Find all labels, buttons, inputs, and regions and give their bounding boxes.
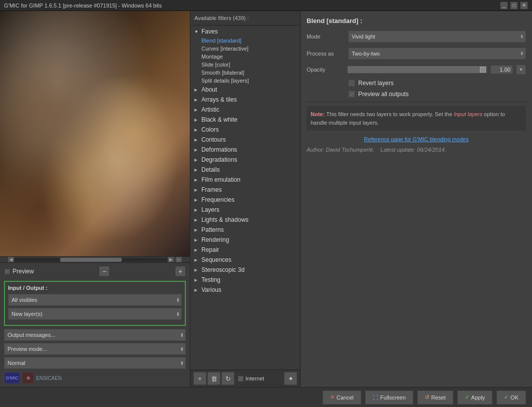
arrays-group-header[interactable]: ▶ Arrays & tiles <box>190 95 300 105</box>
opacity-slider-track[interactable] <box>347 66 487 74</box>
cancel-label: Cancel <box>337 394 354 400</box>
normal-select[interactable]: Normal In place (merge) <box>4 357 186 369</box>
fave-item-curves[interactable]: Curves [interactive] <box>199 45 300 53</box>
update-text: Latest update: 06/24/2014. <box>381 147 446 153</box>
remove-filter-button[interactable]: 🗑 <box>207 372 220 385</box>
gmic-logo: G'MIC <box>4 372 20 384</box>
maximize-button[interactable]: □ <box>510 2 518 10</box>
stereo-label: Stereoscopic 3d <box>201 266 244 273</box>
note-italic: Input layers <box>454 111 482 117</box>
secondary-logo: ⚙ <box>22 372 34 384</box>
fave-item-blend[interactable]: Blend [standard] <box>199 37 300 45</box>
lights-group-header[interactable]: ▶ Lights & shadows <box>190 215 300 225</box>
ensicaen-logo-text: ENSICAEN <box>36 375 62 381</box>
star-icon: ✦ <box>288 375 294 382</box>
testing-group-header[interactable]: ▶ Testing <box>190 275 300 285</box>
about-triangle: ▶ <box>194 88 199 92</box>
fave-item-montage[interactable]: Montage <box>199 53 300 61</box>
remove-icon: 🗑 <box>211 375 217 382</box>
patterns-group-header[interactable]: ▶ Patterns <box>190 225 300 235</box>
layers-label: Layers <box>201 206 219 213</box>
bw-group-header[interactable]: ▶ Black & white <box>190 115 300 125</box>
fave-item-slide[interactable]: Slide [color] <box>199 61 300 69</box>
apply-button[interactable]: ✓ Apply <box>457 390 493 404</box>
details-group-header[interactable]: ▶ Details <box>190 165 300 175</box>
fave-item-smooth[interactable]: Smooth [bilateral] <box>199 69 300 77</box>
mode-select[interactable]: Normal Dissolve Multiply Screen Overlay … <box>348 31 526 43</box>
output-select[interactable]: New layer(s) In place (merge) In place (… <box>8 308 182 320</box>
contours-triangle: ▶ <box>194 138 199 142</box>
reset-button[interactable]: ↺ Reset <box>417 390 453 404</box>
ok-icon: ✓ <box>504 394 508 400</box>
lights-triangle: ▶ <box>194 218 199 222</box>
input-select[interactable]: All visibles Active layer All layers Act… <box>8 294 182 306</box>
author-row: Author: David Tschumperlé. Latest update… <box>307 147 526 153</box>
faves-label: Faves <box>201 28 218 35</box>
contours-group-header[interactable]: ▶ Contours <box>190 135 300 145</box>
ref-link[interactable]: Reference page for G'MIC blending modes <box>364 136 469 142</box>
zoom-in-button[interactable]: + <box>175 266 186 277</box>
opacity-input[interactable]: 1.00 <box>490 65 513 74</box>
repair-group-header[interactable]: ▶ Repair <box>190 245 300 255</box>
cancel-button[interactable]: ✕ Cancel <box>323 390 361 404</box>
output-select-wrapper: New layer(s) In place (merge) In place (… <box>8 308 182 320</box>
image-overlay <box>0 11 190 256</box>
fave-item-split[interactable]: Split details [layers] <box>199 77 300 85</box>
output-messages-select[interactable]: Output messages... <box>4 329 186 341</box>
sequences-triangle: ▶ <box>194 258 199 262</box>
minimize-button[interactable]: _ <box>500 2 508 10</box>
preview-outputs-checkbox[interactable]: ✓ <box>348 91 355 98</box>
settings-panel: Blend [standard] : Mode Normal Dissolve … <box>301 11 532 387</box>
frequencies-group-header[interactable]: ▶ Frequencies <box>190 195 300 205</box>
opacity-slider-handle[interactable] <box>480 67 486 73</box>
opacity-slider-row: Opacity 1.00 ▼ <box>307 65 526 75</box>
sequences-group-header[interactable]: ▶ Sequences <box>190 255 300 265</box>
preview-checkbox[interactable]: ✓ <box>4 268 11 275</box>
internet-checkbox[interactable]: ✓ <box>237 375 244 382</box>
process-select[interactable]: One-by-one Two-by-two All at once <box>348 48 526 60</box>
revert-checkbox[interactable] <box>348 80 355 87</box>
testing-triangle: ▶ <box>194 278 199 282</box>
deformations-group-header[interactable]: ▶ Deformations <box>190 145 300 155</box>
preview-mode-row: Preview mode... <box>4 343 186 355</box>
layers-triangle: ▶ <box>194 208 199 212</box>
artistic-group-header[interactable]: ▶ Artistic <box>190 105 300 115</box>
gmic-logo-text: G'MIC <box>6 375 18 380</box>
add-filter-button[interactable]: + <box>193 372 206 385</box>
preview-mode-select[interactable]: Preview mode... <box>4 343 186 355</box>
opacity-down-arrow[interactable]: ▼ <box>516 65 526 75</box>
close-button[interactable]: ✕ <box>520 2 528 10</box>
fullscreen-button[interactable]: ⛶ Fullscreen <box>365 390 413 404</box>
contours-label: Contours <box>201 136 226 143</box>
patterns-triangle: ▶ <box>194 228 199 232</box>
deformations-label: Deformations <box>201 146 237 153</box>
faves-group-header[interactable]: ▼ Faves <box>190 27 300 37</box>
note-text: This filter needs two layers to work pro… <box>326 111 454 117</box>
scroll-left-arrow[interactable]: ◀ <box>8 257 14 263</box>
scroll-resize-arrow[interactable]: ▷ <box>176 257 182 263</box>
revert-check-row: Revert layers <box>348 80 526 87</box>
degradations-group-header[interactable]: ▶ Degradations <box>190 155 300 165</box>
bottom-controls: ✓ Preview − + Input / Output : All visib… <box>0 262 190 387</box>
window-controls[interactable]: _ □ ✕ <box>500 2 528 10</box>
scroll-right-arrow[interactable]: ▶ <box>168 257 174 263</box>
scroll-thumb[interactable] <box>60 258 122 262</box>
layers-group-header[interactable]: ▶ Layers <box>190 205 300 215</box>
ok-button[interactable]: ✓ OK <box>496 390 526 404</box>
arrays-triangle: ▶ <box>194 98 199 102</box>
star-button[interactable]: ✦ <box>284 372 297 385</box>
sequences-label: Sequences <box>201 256 231 263</box>
zoom-out-button[interactable]: − <box>99 266 110 277</box>
refresh-button[interactable]: ↻ <box>221 372 234 385</box>
scroll-track[interactable] <box>14 258 168 262</box>
horizontal-scrollbar[interactable]: ◀ ▶ ▷ <box>0 256 190 262</box>
frames-group-header[interactable]: ▶ Frames <box>190 185 300 195</box>
various-group-header[interactable]: ▶ Various <box>190 285 300 295</box>
stereo-group-header[interactable]: ▶ Stereoscopic 3d <box>190 265 300 275</box>
about-group-header[interactable]: ▶ About <box>190 85 300 95</box>
process-setting-row: Process as One-by-one Two-by-two All at … <box>307 48 526 60</box>
process-label: Process as <box>307 51 344 57</box>
film-group-header[interactable]: ▶ Film emulation <box>190 175 300 185</box>
colors-group-header[interactable]: ▶ Colors <box>190 125 300 135</box>
rendering-group-header[interactable]: ▶ Rendering <box>190 235 300 245</box>
